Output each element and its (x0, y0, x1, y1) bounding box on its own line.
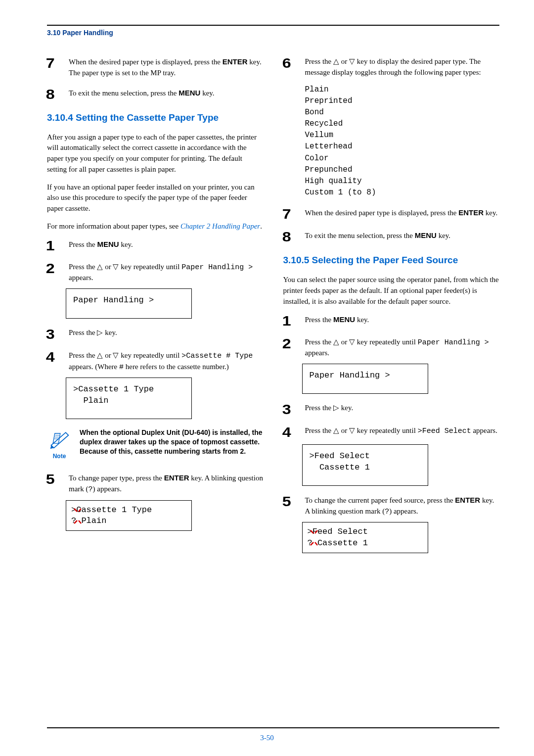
text: appears. (69, 274, 93, 282)
text: To exit the menu selection, press the (305, 232, 415, 239)
step-text: Press the ▷ key. (305, 403, 354, 417)
text: key. (200, 89, 214, 97)
note-text: When the optional Duplex Unit (DU-640) i… (80, 428, 264, 456)
step-number: 4 (282, 425, 299, 439)
step-number: 3 (46, 328, 63, 341)
step-number: 1 (46, 239, 63, 253)
step-text: To exit the menu selection, press the ME… (305, 230, 451, 244)
breadcrumb: 3.10 Paper Handling (47, 29, 499, 37)
step-number: 4 (46, 350, 63, 373)
step-1: 1 Press the MENU key. (47, 239, 264, 253)
step-3: 3 Press the ▷ key. (47, 328, 264, 341)
step-1: 1 Press the MENU key. (283, 314, 500, 328)
note-block: Note When the optional Duplex Unit (DU-6… (47, 428, 264, 460)
step-8: 8 To exit the menu selection, press the … (47, 88, 264, 101)
paragraph: You can select the paper source using th… (283, 275, 500, 307)
step-3: 3 Press the ▷ key. (283, 403, 500, 417)
key-label: MENU (178, 89, 200, 97)
step-2: 2 Press the △ or ▽ key repeatedly until … (47, 262, 264, 284)
lcd-display: Paper Handling > (302, 364, 428, 394)
step-8: 8 To exit the menu selection, press the … (283, 230, 500, 244)
mono-text: # (119, 363, 124, 372)
step-number: 6 (282, 56, 299, 78)
step-5: 5 To change the current paper feed sourc… (283, 495, 500, 518)
display-line: >Cassette 1 Type (71, 505, 186, 516)
page-number: 3-50 (0, 734, 534, 742)
text: here refers to the cassette number.) (124, 363, 229, 371)
mono-text: ? (89, 485, 93, 494)
text: To exit the menu selection, press the (69, 89, 178, 97)
step-2: 2 Press the △ or ▽ key repeatedly until … (283, 337, 500, 359)
step-text: Press the MENU key. (69, 239, 133, 253)
step-6: 6 Press the △ or ▽ key to display the de… (283, 56, 500, 78)
text: appears. (305, 349, 330, 357)
top-rule (47, 25, 499, 26)
bottom-rule (47, 727, 499, 728)
text: Press the △ or ▽ key repeatedly until (69, 351, 181, 359)
step-number: 8 (282, 230, 299, 244)
text: key. (484, 209, 497, 217)
lcd-display: Paper Handling > (66, 288, 192, 319)
key-label: ENTER (455, 496, 480, 504)
step-text: Press the △ or ▽ key repeatedly until >F… (305, 425, 497, 439)
step-text: To change paper type, press the ENTER ke… (69, 472, 264, 495)
step-number: 8 (46, 88, 63, 101)
step-number: 3 (282, 403, 299, 417)
text: Press the △ or ▽ key repeatedly until (69, 263, 181, 271)
mono-text: ? (385, 508, 389, 516)
paragraph: For more information about paper types, … (47, 221, 264, 232)
step-number: 1 (282, 314, 299, 328)
step-text: Press the △ or ▽ key repeatedly until >C… (69, 350, 264, 373)
step-number: 7 (282, 207, 299, 221)
key-label: MENU (97, 240, 119, 248)
paragraph: After you assign a paper type to each of… (47, 132, 264, 175)
key-label: ENTER (222, 57, 248, 66)
step-number: 5 (282, 495, 299, 518)
display-line: ? Cassette 1 (308, 538, 423, 549)
mono-text: Paper Handling > (418, 338, 489, 347)
step-7: 7 When the desired paper type is display… (283, 207, 500, 221)
note-icon (48, 443, 70, 451)
heading-3-10-4: 3.10.4 Setting the Cassette Paper Type (47, 112, 264, 123)
left-column: 7 When the desired paper type is display… (47, 56, 264, 562)
text: ) appears. (93, 485, 122, 493)
paragraph: If you have an optional paper feeder ins… (47, 182, 264, 214)
key-label: ENTER (458, 208, 484, 217)
step-text: To exit the menu selection, press the ME… (69, 88, 215, 101)
mono-text: >Feed Select (418, 427, 471, 435)
lcd-display: >Cassette 1 Type Plain (66, 378, 192, 419)
text: . (260, 222, 262, 230)
key-label: ENTER (164, 473, 189, 482)
key-label: MENU (333, 315, 355, 324)
text: Press the △ or ▽ key repeatedly until (305, 338, 418, 346)
text: Press the (305, 316, 334, 324)
step-text: When the desired paper type is displayed… (69, 56, 264, 79)
text: When the desired paper type is displayed… (69, 58, 222, 66)
mono-text: Paper Handling > (181, 263, 253, 272)
display-line: >Feed Select (308, 526, 423, 537)
step-text: When the desired paper type is displayed… (305, 207, 498, 221)
step-number: 2 (282, 337, 299, 359)
step-number: 7 (46, 56, 63, 79)
step-number: 5 (46, 472, 63, 495)
paper-type-list: Plain Preprinted Bond Recycled Vellum Le… (305, 84, 500, 199)
heading-3-10-5: 3.10.5 Selecting the Paper Feed Source (283, 255, 500, 266)
mono-text: >Cassette # Type (181, 352, 253, 360)
step-text: Press the △ or ▽ key repeatedly until Pa… (305, 337, 500, 359)
text: When the desired paper type is displayed… (305, 209, 459, 217)
link-chapter-2[interactable]: Chapter 2 Handling Paper (180, 222, 260, 230)
text: ) appears. (389, 507, 418, 515)
text: To change paper type, press the (69, 474, 164, 482)
text: appears. (Where (69, 363, 119, 371)
text: key. (437, 232, 450, 239)
lcd-display-blinking: >Feed Select ? Cassette 1 (302, 522, 428, 553)
display-line: ? Plain (71, 516, 186, 526)
step-number: 2 (46, 262, 63, 284)
step-text: Press the △ or ▽ key repeatedly until Pa… (69, 262, 264, 284)
text: For more information about paper types, … (47, 222, 180, 230)
key-label: MENU (415, 231, 437, 239)
step-4: 4 Press the △ or ▽ key repeatedly until … (283, 425, 500, 439)
step-4: 4 Press the △ or ▽ key repeatedly until … (47, 350, 264, 373)
step-text: Press the △ or ▽ key to display the desi… (305, 56, 500, 78)
step-text: Press the MENU key. (305, 314, 369, 328)
